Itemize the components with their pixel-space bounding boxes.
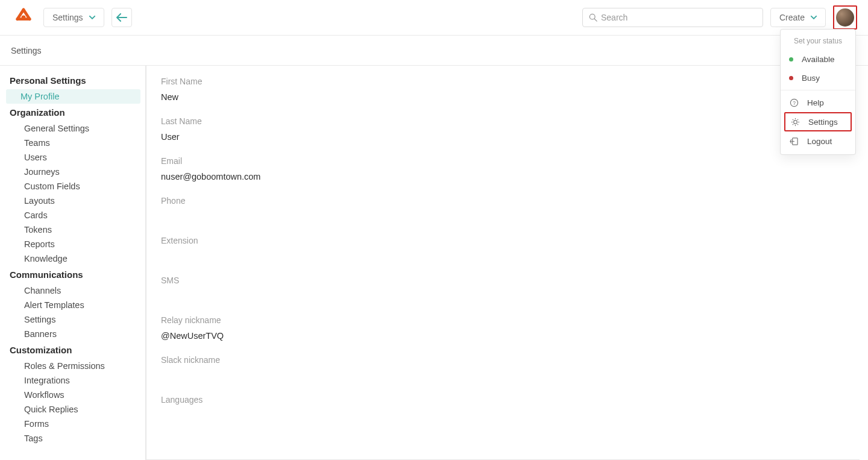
sms-label: SMS [161,276,845,285]
field-relay-nickname: Relay nickname @NewUserTVQ [161,315,845,342]
sidebar-item-workflows[interactable]: Workflows [4,388,142,402]
search-icon [589,13,597,22]
first-name-label: First Name [161,77,845,86]
arrow-left-icon [116,13,127,22]
field-phone: Phone [161,196,845,222]
sidebar-item-reports[interactable]: Reports [4,237,142,251]
last-name-value: User [161,132,845,143]
status-available-label: Available [802,55,835,64]
sidebar-item-users[interactable]: Users [4,150,142,165]
sidebar-item-channels[interactable]: Channels [4,283,142,298]
sidebar-item-comm-settings[interactable]: Settings [4,312,142,327]
profile-panel: First Name New Last Name User Email nuse… [146,66,860,460]
search-input[interactable] [601,13,756,22]
status-dot-green-icon [789,57,793,61]
settings-label: Settings [52,13,83,22]
status-busy[interactable]: Busy [781,69,855,87]
app-logo[interactable] [11,5,36,30]
dropdown-settings[interactable]: Settings [784,112,852,131]
extension-label: Extension [161,236,845,245]
dropdown-separator [781,90,855,90]
sidebar-item-integrations[interactable]: Integrations [4,373,142,388]
dropdown-logout-label: Logout [807,137,832,146]
slack-label: Slack nickname [161,355,845,365]
sidebar-item-journeys[interactable]: Journeys [4,165,142,179]
sidebar-section-organization: Organization [0,104,145,121]
extension-value [161,251,845,262]
sidebar-item-tokens[interactable]: Tokens [4,222,142,237]
svg-line-11 [797,124,797,124]
breadcrumb: Settings [11,46,42,55]
status-available[interactable]: Available [781,50,855,69]
sidebar-section-personal: Personal Settings [0,72,145,89]
content: First Name New Last Name User Email nuse… [146,66,868,460]
field-slack-nickname: Slack nickname [161,355,845,382]
sidebar-item-knowledge[interactable]: Knowledge [4,251,142,266]
dropdown-help[interactable]: ? Help [781,93,855,112]
logo-icon [13,7,34,28]
sidebar-item-general-settings[interactable]: General Settings [4,121,142,136]
sidebar-item-roles[interactable]: Roles & Permissions [4,359,142,373]
sidebar-item-quick-replies[interactable]: Quick Replies [4,402,142,417]
svg-point-0 [22,16,26,20]
user-avatar-button[interactable] [833,5,857,30]
create-label: Create [779,13,805,22]
relay-label: Relay nickname [161,315,845,325]
field-first-name: First Name New [161,77,845,103]
email-label: Email [161,156,845,166]
svg-line-10 [792,119,793,119]
search-box[interactable] [582,8,763,27]
svg-line-2 [594,19,597,21]
sidebar-item-layouts[interactable]: Layouts [4,194,142,208]
sms-value [161,291,845,302]
svg-line-12 [792,124,793,124]
chevron-down-icon [89,16,95,19]
settings-dropdown-button[interactable]: Settings [43,8,104,27]
svg-point-5 [793,120,797,124]
field-email: Email nuser@goboomtown.com [161,156,845,183]
chevron-down-icon [811,16,817,19]
sidebar-item-custom-fields[interactable]: Custom Fields [4,179,142,194]
sidebar: Personal Settings My Profile Organizatio… [0,66,146,460]
sidebar-item-banners[interactable]: Banners [4,327,142,341]
field-last-name: Last Name User [161,116,845,143]
sidebar-item-cards[interactable]: Cards [4,208,142,222]
last-name-label: Last Name [161,116,845,126]
sidebar-section-communications: Communications [0,266,145,283]
dropdown-logout[interactable]: Logout [781,131,855,151]
sidebar-section-customization: Customization [0,341,145,359]
avatar [836,8,854,27]
breadcrumb-bar: Settings [0,36,868,66]
slack-value [161,371,845,382]
topbar: Settings Create [0,0,868,36]
email-value: nuser@goboomtown.com [161,172,845,183]
svg-text:?: ? [793,99,796,106]
logout-icon [789,136,799,146]
back-button[interactable] [112,8,132,27]
first-name-value: New [161,92,845,103]
sidebar-item-my-profile[interactable]: My Profile [6,89,140,104]
languages-value [161,411,845,421]
phone-value [161,212,845,222]
phone-label: Phone [161,196,845,206]
sidebar-item-forms[interactable]: Forms [4,417,142,431]
sidebar-item-tags[interactable]: Tags [4,431,142,446]
status-dot-red-icon [789,76,793,80]
field-sms: SMS [161,276,845,302]
languages-label: Languages [161,395,845,405]
help-icon: ? [789,98,799,107]
field-extension: Extension [161,236,845,262]
create-button[interactable]: Create [770,8,826,27]
status-busy-label: Busy [802,74,820,83]
sidebar-item-teams[interactable]: Teams [4,136,142,150]
user-dropdown: Set your status Available Busy ? Help Se… [780,29,856,155]
sidebar-item-alert-templates[interactable]: Alert Templates [4,298,142,312]
dropdown-settings-label: Settings [808,118,838,127]
field-languages: Languages [161,395,845,421]
dropdown-status-header: Set your status [781,33,855,50]
gear-icon [790,117,800,127]
dropdown-help-label: Help [807,98,824,107]
body: Personal Settings My Profile Organizatio… [0,66,868,460]
relay-value: @NewUserTVQ [161,331,845,342]
svg-line-13 [797,119,797,119]
